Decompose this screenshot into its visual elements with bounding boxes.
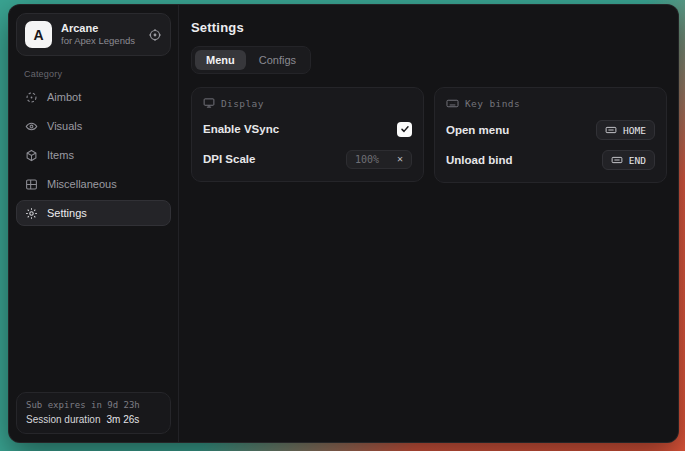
sidebar-item-label: Visuals [47, 120, 82, 132]
sidebar-item-aimbot[interactable]: Aimbot [16, 84, 171, 110]
unload-bind-row: Unload bind END [446, 150, 655, 170]
sub-expiry-text: Sub expires in 9d 23h [26, 400, 161, 410]
sidebar-item-label: Items [47, 149, 74, 161]
brand-card: A Arcane for Apex Legends [16, 13, 171, 56]
crosshair-icon [25, 91, 38, 104]
subscription-info-card: Sub expires in 9d 23h Session duration 3… [16, 392, 171, 434]
vsync-label: Enable VSync [203, 123, 279, 135]
keyboard-icon [605, 124, 617, 136]
display-card-title: Display [221, 98, 264, 109]
check-icon [400, 124, 410, 134]
display-card-header: Display [203, 97, 412, 109]
sidebar-item-items[interactable]: Items [16, 142, 171, 168]
category-label: Category [24, 69, 178, 79]
keyboard-icon [446, 97, 459, 110]
open-menu-row: Open menu HOME [446, 120, 655, 140]
settings-tabs: Menu Configs [191, 46, 311, 74]
session-duration-label: Session duration [26, 414, 101, 425]
app-window: A Arcane for Apex Legends Category [8, 4, 679, 443]
dpi-scale-input[interactable]: 100% [355, 154, 387, 165]
open-menu-label: Open menu [446, 124, 509, 136]
unload-keybind-button[interactable]: END [602, 150, 655, 170]
dpi-row: DPI Scale 100% ✕ [203, 149, 412, 169]
tab-menu[interactable]: Menu [195, 50, 246, 70]
unload-key: END [629, 155, 646, 166]
sidebar-nav: Aimbot Visuals I [9, 84, 178, 226]
brand-name: Arcane [61, 22, 135, 35]
sidebar-item-label: Settings [47, 207, 87, 219]
monitor-icon [203, 97, 215, 109]
keybinds-card-header: Key binds [446, 97, 655, 110]
main-panel: Settings Menu Configs Display [179, 5, 679, 442]
dpi-input-group: 100% ✕ [346, 150, 412, 169]
keyboard-icon [611, 154, 623, 166]
open-menu-keybind-button[interactable]: HOME [596, 120, 655, 140]
keybinds-card-title: Key binds [465, 98, 520, 109]
eye-icon [25, 120, 38, 133]
keybinds-card: Key binds Open menu HOME [434, 87, 667, 183]
settings-cards: Display Enable VSync [191, 87, 667, 183]
sidebar-item-visuals[interactable]: Visuals [16, 113, 171, 139]
session-duration-value: 3m 26s [107, 414, 140, 425]
brand-subtitle: for Apex Legends [61, 36, 135, 47]
page-title: Settings [191, 20, 667, 35]
grid-icon [25, 178, 38, 191]
cube-icon [25, 149, 38, 162]
target-icon[interactable] [148, 28, 162, 42]
sidebar-item-settings[interactable]: Settings [16, 200, 171, 226]
unload-bind-label: Unload bind [446, 154, 512, 166]
sidebar-item-miscellaneous[interactable]: Miscellaneous [16, 171, 171, 197]
sidebar: A Arcane for Apex Legends Category [9, 5, 179, 442]
sidebar-item-label: Aimbot [47, 91, 81, 103]
display-card: Display Enable VSync [191, 87, 424, 182]
clear-icon[interactable]: ✕ [397, 154, 403, 164]
brand-text: Arcane for Apex Legends [61, 22, 135, 48]
tab-configs[interactable]: Configs [248, 50, 307, 70]
brand-logo-letter: A [33, 27, 43, 43]
brand-logo: A [25, 21, 52, 48]
gear-icon [25, 207, 38, 220]
dpi-label: DPI Scale [203, 153, 255, 165]
desktop-backdrop: A Arcane for Apex Legends Category [0, 0, 685, 451]
session-duration: Session duration 3m 26s [26, 414, 161, 425]
vsync-checkbox[interactable] [397, 122, 412, 137]
vsync-row: Enable VSync [203, 119, 412, 139]
open-menu-key: HOME [623, 125, 646, 136]
sidebar-item-label: Miscellaneous [47, 178, 117, 190]
